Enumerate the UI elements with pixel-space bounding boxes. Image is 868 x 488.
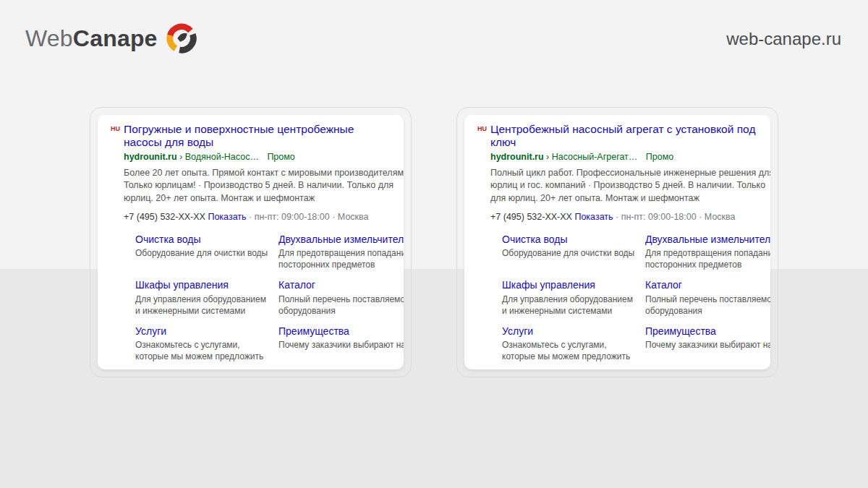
ad2-sitelink-desc: Почему заказчики выбирают нас bbox=[645, 340, 770, 351]
ad-cards-row: HU Погружные и поверхностные центробежны… bbox=[90, 107, 778, 377]
ad1-separator: · bbox=[332, 212, 335, 222]
ad1-hours: пн-пт: 09:00-18:00 bbox=[255, 212, 330, 222]
ad2-sitelink-link[interactable]: Услуги bbox=[502, 325, 639, 338]
sitelink-item: Двухвальные измельчители Для предотвраще… bbox=[645, 234, 770, 271]
ad1-separator: · bbox=[249, 212, 252, 222]
sitelink-item: Шкафы управления Для управления оборудов… bbox=[135, 279, 273, 317]
logo-word-canape: Canape bbox=[73, 25, 158, 51]
sitelink-item: Каталог Полный перечень поставляемого об… bbox=[645, 279, 770, 317]
ad2-sitelink-desc: Ознакомьтесь с услугами, которые мы може… bbox=[502, 340, 638, 363]
ad1-title-link[interactable]: Погружные и поверхностные центробежные н… bbox=[124, 123, 391, 149]
ad1-phone-number: +7 (495) 532-XX-XX bbox=[124, 212, 205, 222]
ad2-sitelink-desc: Полный перечень поставляемого оборудован… bbox=[645, 294, 770, 317]
hydrounit-favicon-icon: HU bbox=[111, 125, 120, 132]
ad2-separator: · bbox=[699, 212, 702, 222]
ad2-promo-label: Промо bbox=[646, 152, 673, 162]
ad2-sitelink-link[interactable]: Двухвальные измельчители bbox=[645, 234, 770, 247]
ad2-sitelink-desc: Оборудование для очистки воды bbox=[502, 248, 638, 260]
ad1-city: Москва bbox=[338, 212, 369, 222]
ad1-url-domain: hydrounit.ru bbox=[124, 152, 177, 162]
ad-card-frame-2: HU Центробежный насосный агрегат с устан… bbox=[456, 107, 778, 377]
ad2-sitelink-link[interactable]: Шкафы управления bbox=[502, 279, 639, 292]
ad1-sitelink-desc: Ознакомьтесь с услугами, которые мы може… bbox=[135, 340, 271, 363]
ad1-sitelinks: Очистка воды Оборудование для очистки во… bbox=[135, 234, 391, 369]
ad-card-frame-1: HU Погружные и поверхностные центробежны… bbox=[90, 107, 412, 377]
ad2-sitelink-link[interactable]: Очистка воды bbox=[502, 234, 639, 247]
sitelink-item: Двухвальные измельчители Для предотвраще… bbox=[278, 234, 404, 271]
ad1-sitelink-desc: Для предотвращения попадания посторонних… bbox=[278, 248, 404, 271]
ad1-sitelink-link[interactable]: Очистка воды bbox=[135, 234, 273, 247]
ad2-title-row: HU Центробежный насосный агрегат с устан… bbox=[477, 123, 757, 149]
webcanape-shutter-icon bbox=[165, 22, 198, 55]
sitelink-item: Очистка воды Оборудование для очистки во… bbox=[135, 234, 273, 271]
webcanape-logo-text: WebCanape bbox=[25, 25, 158, 52]
ad1-phone-line: +7 (495) 532-XX-XX Показать · пн-пт: 09:… bbox=[124, 212, 391, 222]
ad1-url-path: › Водяной-Насос… bbox=[179, 152, 259, 162]
ad2-hours: пн-пт: 09:00-18:00 bbox=[621, 212, 697, 222]
sitelink-item: Очистка воды Оборудование для очистки во… bbox=[502, 234, 639, 271]
ad1-title-row: HU Погружные и поверхностные центробежны… bbox=[111, 123, 391, 149]
hydrounit-favicon-icon: HU bbox=[477, 125, 487, 132]
ad-card-1: HU Погружные и поверхностные центробежны… bbox=[98, 115, 404, 369]
ad1-promo-label: Промо bbox=[267, 152, 294, 162]
site-url-text: web-canape.ru bbox=[726, 29, 841, 49]
ad1-sitelink-desc: Полный перечень поставляемого оборудован… bbox=[278, 294, 404, 317]
ad-card-2: HU Центробежный насосный агрегат с устан… bbox=[464, 115, 770, 369]
ad2-sitelink-link[interactable]: Каталог bbox=[645, 279, 770, 292]
sitelink-item: Шкафы управления Для управления оборудов… bbox=[502, 279, 639, 317]
ad2-sitelink-desc: Для предотвращения попадания посторонних… bbox=[645, 248, 770, 271]
sitelink-item: Услуги Ознакомьтесь с услугами, которые … bbox=[502, 325, 639, 363]
webcanape-logo: WebCanape bbox=[25, 22, 198, 55]
ad2-show-phone-link[interactable]: Показать bbox=[574, 212, 613, 222]
ad2-description: Полный цикл работ. Профессиональные инже… bbox=[490, 167, 770, 205]
ad1-sitelink-desc: Для управления оборудованием и инженерны… bbox=[135, 294, 271, 317]
sitelink-item: Преимущества Почему заказчики выбирают н… bbox=[278, 325, 404, 363]
ad2-separator: · bbox=[616, 212, 618, 222]
ad2-phone-number: +7 (495) 532-XX-XX bbox=[490, 212, 572, 222]
ad1-sitelink-link[interactable]: Услуги bbox=[135, 325, 273, 338]
ad2-url-domain: hydrounit.ru bbox=[490, 152, 544, 162]
ad2-url-path: › Насосный-Агрегат… bbox=[546, 152, 637, 162]
ad2-sitelinks: Очистка воды Оборудование для очистки во… bbox=[502, 234, 757, 369]
sitelink-item: Услуги Ознакомьтесь с услугами, которые … bbox=[135, 325, 273, 363]
ad1-display-url: hydrounit.ru › Водяной-Насос… Промо bbox=[124, 152, 391, 162]
ad1-sitelink-desc: Почему заказчики выбирают нас bbox=[278, 340, 404, 351]
ad1-show-phone-link[interactable]: Показать bbox=[208, 212, 246, 222]
page: WebCanape web-canape.ru HU Погружные и п… bbox=[0, 0, 868, 488]
ad1-sitelink-link[interactable]: Двухвальные измельчители bbox=[278, 234, 404, 247]
ad1-description: Более 20 лет опыта. Прямой контакт с мир… bbox=[124, 167, 404, 205]
ad2-display-url: hydrounit.ru › Насосный-Агрегат… Промо bbox=[490, 152, 757, 162]
ad2-sitelink-link[interactable]: Преимущества bbox=[645, 325, 770, 338]
ad1-sitelink-desc: Оборудование для очистки воды bbox=[135, 248, 271, 260]
ad2-sitelink-desc: Для управления оборудованием и инженерны… bbox=[502, 294, 638, 317]
sitelink-item: Преимущества Почему заказчики выбирают н… bbox=[645, 325, 770, 363]
sitelink-item: Каталог Полный перечень поставляемого об… bbox=[278, 279, 404, 317]
ad2-phone-line: +7 (495) 532-XX-XX Показать · пн-пт: 09:… bbox=[490, 212, 757, 222]
ad2-city: Москва bbox=[705, 212, 736, 222]
ad1-sitelink-link[interactable]: Каталог bbox=[278, 279, 404, 292]
logo-word-web: Web bbox=[25, 25, 73, 51]
ad1-sitelink-link[interactable]: Преимущества bbox=[278, 325, 404, 338]
ad2-title-link[interactable]: Центробежный насосный агрегат с установк… bbox=[490, 123, 757, 149]
ad1-sitelink-link[interactable]: Шкафы управления bbox=[135, 279, 273, 292]
